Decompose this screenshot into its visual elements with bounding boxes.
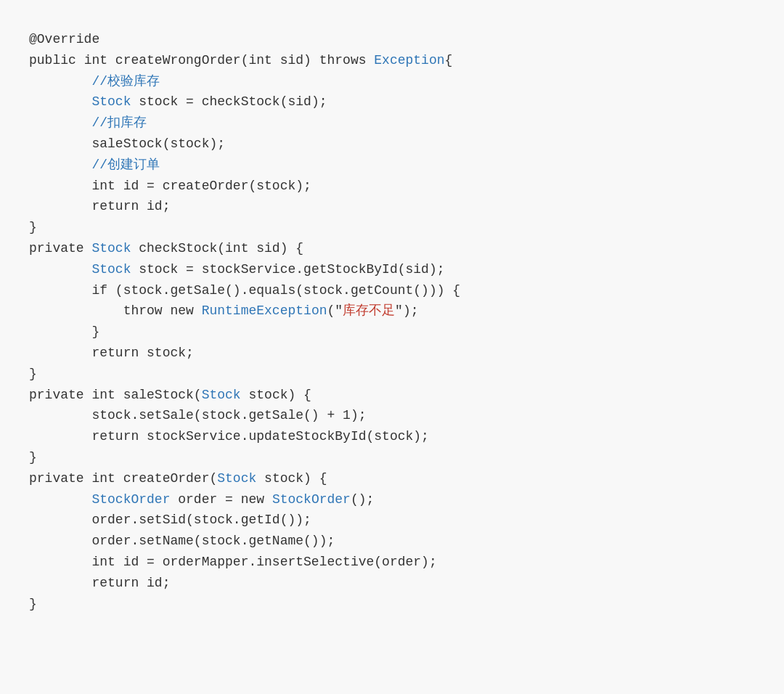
plain-token: checkStock(	[131, 241, 225, 256]
code-line: //创建订单	[29, 155, 755, 176]
plain-token: id = createOrder(stock);	[115, 179, 311, 193]
plain-token: int	[91, 388, 115, 402]
plain-token: int	[91, 555, 115, 569]
code-line: StockOrder order = new StockOrder();	[29, 489, 755, 510]
plain-token: throw	[123, 303, 163, 318]
plain-token: stock.setSale(stock.getSale() + 1);	[91, 408, 366, 422]
code-line: private int saleStock(Stock stock) {	[29, 385, 755, 406]
code-line: stock.setSale(stock.getSale() + 1);	[29, 405, 755, 426]
plain-token: private	[29, 471, 91, 486]
plain-token: int	[248, 53, 271, 68]
code-line: throw new RuntimeException("库存不足");	[29, 301, 755, 322]
code-line: }	[29, 217, 755, 238]
code-line: public int createWrongOrder(int sid) thr…	[29, 50, 755, 71]
type-token: Exception	[374, 53, 444, 68]
code-line: int id = orderMapper.insertSelective(ord…	[29, 552, 755, 573]
type-token: Stock	[202, 388, 241, 402]
plain-token: int	[91, 471, 115, 486]
plain-token: ("	[327, 303, 343, 318]
plain-token: if (stock.getSale().equals(stock.getCoun…	[91, 283, 460, 298]
plain-token: saleStock(stock);	[91, 136, 225, 151]
type-token: Stock	[217, 471, 256, 486]
code-line: return id;	[29, 196, 755, 217]
code-line: }	[29, 322, 755, 343]
code-line: Stock stock = stockService.getStockById(…	[29, 259, 755, 280]
comment-token: //扣库存	[91, 115, 147, 130]
plain-token: new	[163, 303, 202, 318]
plain-token: return id;	[91, 576, 170, 590]
code-line: saleStock(stock);	[29, 134, 755, 155]
plain-token: saleStock(	[115, 388, 202, 402]
plain-token: int	[91, 179, 115, 193]
code-line: return stockService.updateStockById(stoc…	[29, 426, 755, 447]
type-token: Stock	[91, 241, 131, 256]
plain-token: stock = stockService.getStockById(sid);	[131, 262, 444, 277]
plain-token: }	[29, 597, 37, 611]
plain-token: }	[29, 220, 37, 234]
plain-token: stock = checkStock(sid);	[131, 94, 327, 109]
plain-token: createOrder(	[115, 471, 217, 486]
type-token: StockOrder	[91, 492, 170, 507]
plain-token: int	[225, 241, 248, 256]
code-line: @Override	[29, 29, 755, 50]
code-line: if (stock.getSale().equals(stock.getCoun…	[29, 280, 755, 301]
type-token: StockOrder	[272, 492, 351, 507]
code-line: int id = createOrder(stock);	[29, 176, 755, 197]
plain-token: return stockService.updateStockById(stoc…	[91, 429, 428, 444]
code-block: @Overridepublic int createWrongOrder(int…	[29, 15, 755, 629]
plain-token: private	[29, 241, 91, 256]
type-token: Stock	[91, 262, 131, 277]
plain-token: sid)	[272, 53, 319, 68]
plain-token: stock) {	[256, 471, 327, 486]
comment-token: //校验库存	[91, 74, 160, 89]
type-token: RuntimeException	[202, 303, 327, 318]
plain-token: createWrongOrder(	[107, 53, 248, 68]
plain-token: order.setName(stock.getName());	[91, 534, 335, 548]
plain-token: ();	[351, 492, 374, 507]
plain-token: order.setSid(stock.getId());	[91, 513, 311, 527]
plain-token: return id;	[91, 199, 170, 213]
code-line: order.setSid(stock.getId());	[29, 510, 755, 531]
plain-token: }	[29, 450, 37, 465]
code-line: private Stock checkStock(int sid) {	[29, 238, 755, 259]
plain-token: stock) {	[241, 388, 311, 402]
code-line: }	[29, 447, 755, 468]
plain-token: order = new	[170, 492, 271, 507]
plain-token	[367, 53, 375, 68]
code-line: private int createOrder(Stock stock) {	[29, 468, 755, 489]
code-line: Stock stock = checkStock(sid);	[29, 91, 755, 113]
plain-token: throws	[319, 53, 367, 68]
plain-token: @Override	[29, 32, 99, 46]
code-line: //校验库存	[29, 71, 755, 92]
plain-token: public	[29, 53, 84, 68]
plain-token: ");	[395, 303, 418, 318]
plain-token: }	[29, 367, 37, 381]
plain-token: {	[445, 53, 453, 68]
plain-token: id = orderMapper.insertSelective(order);	[115, 555, 437, 569]
type-token: Stock	[91, 94, 131, 109]
plain-token: private	[29, 388, 91, 402]
code-line: order.setName(stock.getName());	[29, 531, 755, 552]
code-line: }	[29, 594, 755, 615]
plain-token: }	[91, 324, 99, 339]
code-line: return id;	[29, 573, 755, 594]
code-line: //扣库存	[29, 113, 755, 134]
plain-token: sid) {	[248, 241, 303, 256]
plain-token: int	[84, 53, 107, 68]
code-line: return stock;	[29, 343, 755, 364]
code-line: }	[29, 364, 755, 385]
string-token: 库存不足	[343, 303, 395, 318]
plain-token: return stock;	[91, 346, 193, 360]
comment-token: //创建订单	[91, 158, 160, 172]
